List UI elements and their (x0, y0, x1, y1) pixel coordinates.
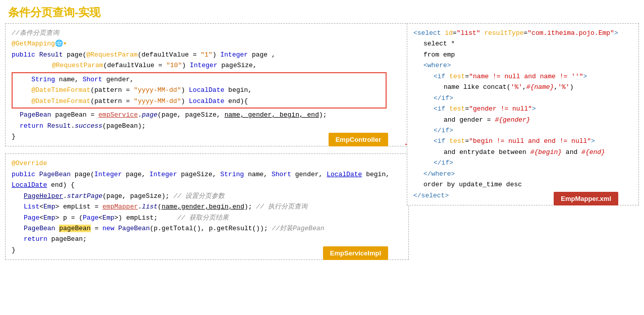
xml-line-10: </if> (413, 125, 632, 136)
method-body-1: PageBean pageBean = empService.page(page… (12, 110, 402, 120)
empmapper-label: EmpMapper.xml (554, 192, 618, 205)
xml-line-12: and entrydate between #{begin} and #{end… (413, 147, 632, 158)
xml-line-4: <where> (413, 60, 632, 71)
highlight-box: String name, Short gender, @DateTimeForm… (12, 72, 387, 109)
service-method-sig: public PageBean page(Integer page, Integ… (12, 169, 402, 191)
annotation-line: @GetMapping🌐▾ (12, 38, 402, 49)
service-line-2: List<Emp> empList = empMapper.list(name,… (12, 201, 402, 212)
comment-line: //条件分页查询 (12, 28, 402, 38)
override-annotation: @Override (12, 158, 402, 169)
empcontroller-label: EmpController (329, 133, 388, 146)
bottom-left-code-box: @Override public PageBean page(Integer p… (5, 153, 409, 260)
xml-line-6: name like concat('%',#{name},'%') (413, 82, 632, 92)
service-line-1: PageHelper.startPage(page, pageSize); //… (12, 191, 402, 201)
page-title: 条件分页查询-实现 (0, 0, 644, 23)
xml-line-2: select * (413, 38, 632, 49)
highlight-line-1: String name, Short gender, (16, 74, 383, 85)
xml-line-9: and gender = #{gender} (413, 115, 632, 125)
xml-line-1: <select id="list" resultType="com.itheim… (413, 28, 632, 38)
method-signature-1: public Result page(@RequestParam(default… (12, 49, 402, 60)
service-line-5: return pageBean; (12, 234, 402, 244)
xml-line-14: </where> (413, 169, 632, 179)
xml-line-8: <if test="gender != null"> (413, 103, 632, 114)
highlight-line-2: @DateTimeFormat(pattern = "yyyy-MM-dd") … (16, 85, 383, 95)
xml-line-7: </if> (413, 93, 632, 103)
right-panel-xml: <select id="list" resultType="com.itheim… (407, 23, 639, 205)
xml-line-5: <if test="name != null and name != ''"> (413, 71, 632, 82)
empserviceimpl-label: EmpServiceImpl (323, 246, 388, 260)
method-body-2: return Result.success(pageBean); (12, 121, 402, 131)
service-line-4: PageBean pageBean = new PageBean(p.getTo… (12, 223, 402, 234)
xml-line-11: <if test="begin != null and end != null"… (413, 136, 632, 146)
left-panel: //条件分页查询 @GetMapping🌐▾ public Result pag… (5, 23, 409, 260)
xml-line-15: order by update_time desc (413, 179, 632, 190)
service-line-3: Page<Emp> p = (Page<Emp>) empList; // 获取… (12, 213, 402, 223)
method-signature-2: @RequestParam(defaultValue = "10") Integ… (12, 60, 402, 71)
xml-line-3: from emp (413, 49, 632, 60)
top-left-code-box: //条件分页查询 @GetMapping🌐▾ public Result pag… (5, 23, 409, 146)
xml-line-13: </if> (413, 158, 632, 168)
highlight-line-3: @DateTimeFormat(pattern = "yyyy-MM-dd") … (16, 96, 383, 107)
